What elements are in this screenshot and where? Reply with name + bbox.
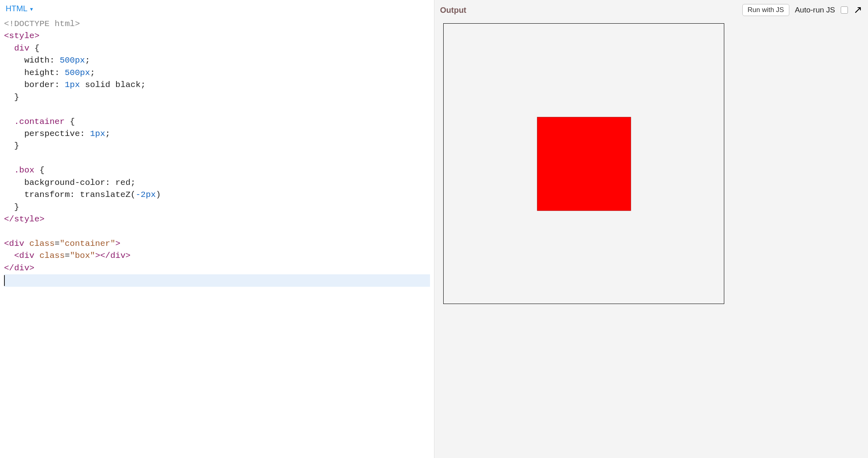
code-line-cursor[interactable] <box>4 274 430 286</box>
code-line[interactable]: width: 500px; <box>4 55 430 67</box>
code-line[interactable]: <!DOCTYPE html> <box>4 18 430 30</box>
code-line[interactable]: } <box>4 201 430 213</box>
output-header: Output Run with JS Auto-run JS <box>434 0 868 20</box>
code-line[interactable]: .box { <box>4 164 430 176</box>
expand-icon[interactable] <box>854 6 862 14</box>
editor-pane: HTML ▼ <!DOCTYPE html><style> div { widt… <box>0 0 434 458</box>
code-line[interactable]: background-color: red; <box>4 177 430 189</box>
code-line[interactable]: <div class="box"></div> <box>4 250 430 262</box>
output-title: Output <box>440 6 467 15</box>
language-label: HTML <box>6 4 27 13</box>
code-line[interactable]: </div> <box>4 262 430 274</box>
editor-header: HTML ▼ <box>0 0 434 16</box>
output-pane: Output Run with JS Auto-run JS <box>434 0 868 458</box>
code-line[interactable]: <style> <box>4 30 430 42</box>
code-line[interactable] <box>4 152 430 164</box>
autorun-label: Auto-run JS <box>795 6 835 14</box>
app-root: HTML ▼ <!DOCTYPE html><style> div { widt… <box>0 0 868 458</box>
code-line[interactable]: transform: translateZ(-2px) <box>4 189 430 201</box>
code-line[interactable]: </style> <box>4 213 430 225</box>
code-line[interactable]: div { <box>4 43 430 55</box>
code-line[interactable]: border: 1px solid black; <box>4 79 430 91</box>
code-line[interactable]: <div class="container"> <box>4 238 430 250</box>
rendered-box <box>537 117 631 211</box>
code-line[interactable] <box>4 225 430 237</box>
code-editor[interactable]: <!DOCTYPE html><style> div { width: 500p… <box>0 16 434 458</box>
autorun-checkbox[interactable] <box>841 6 848 14</box>
chevron-down-icon: ▼ <box>29 6 34 12</box>
code-line[interactable]: } <box>4 91 430 103</box>
code-line[interactable]: .container { <box>4 116 430 128</box>
language-selector[interactable]: HTML ▼ <box>6 4 34 13</box>
run-button[interactable]: Run with JS <box>742 4 789 16</box>
output-area <box>434 20 868 458</box>
code-line[interactable]: perspective: 1px; <box>4 128 430 140</box>
code-line[interactable] <box>4 103 430 116</box>
rendered-container <box>443 23 724 304</box>
code-line[interactable]: height: 500px; <box>4 67 430 79</box>
code-line[interactable]: } <box>4 140 430 152</box>
